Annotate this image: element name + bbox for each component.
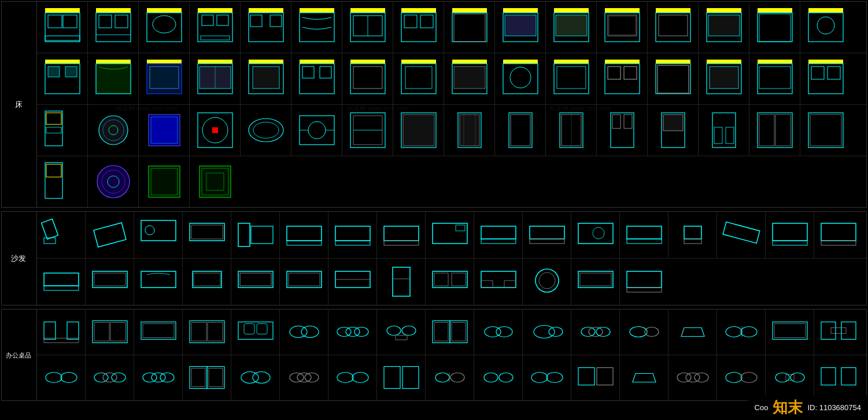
sofa-cell[interactable] (183, 212, 231, 258)
bed-cell[interactable] (139, 105, 190, 156)
sofa-cell[interactable] (814, 212, 863, 258)
sofa-cell[interactable] (134, 259, 183, 305)
bed-cell[interactable] (444, 53, 495, 104)
office-cell[interactable] (183, 355, 231, 400)
bed-cell[interactable] (88, 105, 139, 156)
office-cell[interactable] (426, 310, 474, 355)
bed-cell[interactable] (88, 156, 139, 207)
sofa-cell[interactable] (426, 259, 474, 305)
sofa-cell[interactable] (620, 212, 668, 258)
office-cell[interactable] (814, 310, 863, 355)
bed-cell[interactable] (139, 53, 190, 104)
sofa-cell[interactable] (37, 259, 86, 305)
bed-cell[interactable] (342, 2, 393, 53)
sofa-cell[interactable] (86, 212, 134, 258)
sofa-cell[interactable] (571, 212, 620, 258)
sofa-cell[interactable] (280, 212, 328, 258)
office-cell[interactable] (474, 310, 523, 355)
bed-cell[interactable] (88, 2, 139, 53)
bed-cell[interactable] (546, 2, 597, 53)
bed-cell[interactable] (37, 156, 88, 207)
sofa-cell[interactable] (328, 212, 377, 258)
office-cell[interactable] (766, 355, 814, 400)
office-cell[interactable] (717, 355, 766, 400)
bed-cell[interactable] (37, 105, 88, 156)
bed-cell[interactable] (393, 105, 444, 156)
office-cell[interactable] (766, 310, 814, 355)
bed-cell[interactable] (495, 105, 546, 156)
bed-cell[interactable] (190, 53, 241, 104)
office-cell[interactable] (668, 310, 717, 355)
office-cell[interactable] (377, 355, 426, 400)
office-cell[interactable] (377, 310, 426, 355)
bed-cell[interactable] (139, 2, 190, 53)
bed-cell[interactable] (749, 2, 800, 53)
bed-cell[interactable] (495, 53, 546, 104)
bed-cell[interactable] (699, 53, 749, 104)
bed-cell[interactable] (597, 105, 648, 156)
bed-cell[interactable] (800, 2, 851, 53)
office-cell[interactable] (620, 355, 668, 400)
bed-cell[interactable] (342, 53, 393, 104)
sofa-cell[interactable] (183, 259, 231, 305)
bed-cell[interactable] (749, 53, 800, 104)
office-cell[interactable] (814, 355, 863, 400)
sofa-cell[interactable] (231, 212, 280, 258)
sofa-cell[interactable] (571, 259, 620, 305)
office-cell[interactable] (523, 310, 571, 355)
office-cell[interactable] (717, 310, 766, 355)
office-cell[interactable] (474, 355, 523, 400)
sofa-cell[interactable] (426, 212, 474, 258)
sofa-cell[interactable] (328, 259, 377, 305)
office-cell[interactable] (571, 355, 620, 400)
office-cell[interactable] (37, 355, 86, 400)
bed-cell[interactable] (699, 2, 749, 53)
sofa-cell[interactable] (86, 259, 134, 305)
sofa-cell[interactable] (620, 259, 668, 305)
sofa-cell[interactable] (668, 212, 717, 258)
bed-cell[interactable] (749, 105, 800, 156)
sofa-cell[interactable] (474, 212, 523, 258)
office-cell[interactable] (328, 310, 377, 355)
sofa-cell[interactable] (280, 259, 328, 305)
office-cell[interactable] (426, 355, 474, 400)
bed-cell[interactable] (648, 2, 699, 53)
bed-cell[interactable] (597, 2, 648, 53)
bed-cell[interactable] (699, 105, 749, 156)
bed-cell[interactable] (241, 53, 291, 104)
office-cell[interactable] (86, 310, 134, 355)
sofa-cell[interactable] (523, 259, 571, 305)
office-cell[interactable] (231, 310, 280, 355)
bed-cell[interactable] (800, 105, 851, 156)
sofa-cell[interactable] (377, 259, 426, 305)
bed-cell[interactable] (546, 53, 597, 104)
office-cell[interactable] (280, 355, 328, 400)
bed-cell[interactable] (241, 2, 291, 53)
bed-cell[interactable] (139, 156, 190, 207)
office-cell[interactable] (183, 310, 231, 355)
bed-cell[interactable] (37, 53, 88, 104)
bed-cell[interactable] (444, 2, 495, 53)
office-cell[interactable] (523, 355, 571, 400)
office-cell[interactable] (231, 355, 280, 400)
bed-cell[interactable] (546, 105, 597, 156)
sofa-cell[interactable] (766, 212, 814, 258)
bed-cell[interactable] (190, 2, 241, 53)
bed-cell[interactable] (444, 105, 495, 156)
bed-cell[interactable] (800, 53, 851, 104)
bed-cell[interactable] (648, 53, 699, 104)
bed-cell[interactable] (291, 2, 342, 53)
sofa-cell[interactable] (231, 259, 280, 305)
office-cell[interactable] (37, 310, 86, 355)
bed-cell[interactable] (241, 105, 291, 156)
bed-cell[interactable] (291, 105, 342, 156)
office-cell[interactable] (134, 310, 183, 355)
office-cell[interactable] (571, 310, 620, 355)
bed-cell[interactable] (393, 53, 444, 104)
office-cell[interactable] (668, 355, 717, 400)
bed-cell[interactable] (190, 156, 241, 207)
sofa-cell[interactable] (717, 212, 766, 258)
office-cell[interactable] (620, 310, 668, 355)
bed-cell[interactable] (37, 2, 88, 53)
bed-cell[interactable] (342, 105, 393, 156)
